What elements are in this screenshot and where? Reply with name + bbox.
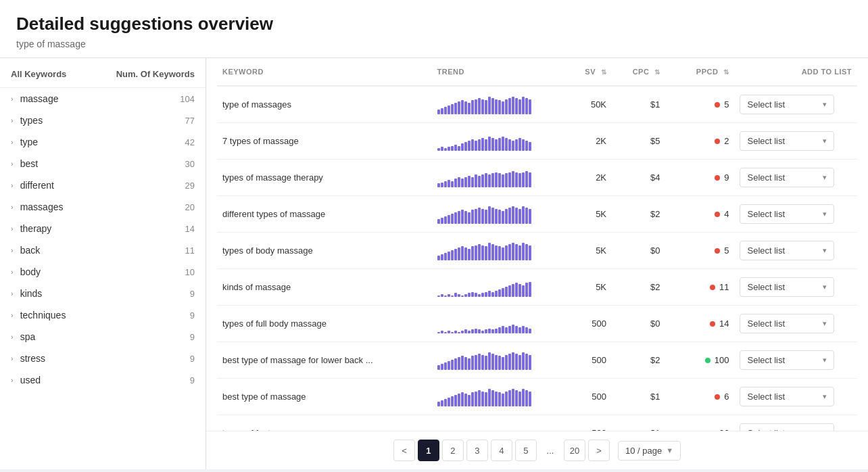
trend-cell xyxy=(432,269,551,306)
pagination-page-4[interactable]: 4 xyxy=(491,440,512,461)
pagination-page-2[interactable]: 2 xyxy=(442,440,464,461)
table-row: kinds of massage 5K $2 11 Select list ▾ xyxy=(217,269,857,306)
keywords-table: KEYWORD TREND SV ⇅ CPC ⇅ xyxy=(217,58,857,431)
col-header-keyword: KEYWORD xyxy=(217,58,432,86)
page-subtitle: type of massage xyxy=(16,39,852,49)
pagination-page-5[interactable]: 5 xyxy=(515,440,537,461)
col-header-sv[interactable]: SV ⇅ xyxy=(550,58,612,86)
ppcd-dot xyxy=(705,358,710,363)
sidebar-item[interactable]: › different 29 xyxy=(0,174,206,196)
sidebar-item[interactable]: › therapy 14 xyxy=(0,218,206,239)
trend-bar xyxy=(437,314,546,333)
col-header-ppcd[interactable]: PPCD ⇅ xyxy=(665,58,734,86)
per-page-selector[interactable]: 10 / page ▼ xyxy=(618,441,681,461)
table-row: types of massage therapy 2K $4 9 Select … xyxy=(217,160,857,196)
sv-cell: 500 xyxy=(550,415,612,431)
sv-sort-icon[interactable]: ⇅ xyxy=(601,68,607,76)
trend-cell xyxy=(432,86,551,123)
trend-cell xyxy=(432,415,551,431)
trend-cell xyxy=(432,196,551,233)
sidebar-item[interactable]: › massages 20 xyxy=(0,196,206,218)
sidebar-item[interactable]: › kinds 9 xyxy=(0,283,206,304)
addtolist-cell: Select list ▾ xyxy=(734,269,857,306)
ppcd-sort-icon[interactable]: ⇅ xyxy=(723,68,729,76)
trend-cell xyxy=(432,379,551,415)
cpc-cell: $1 xyxy=(612,415,665,431)
cpc-sort-icon[interactable]: ⇅ xyxy=(654,68,660,76)
sidebar-item-label: massage xyxy=(20,93,180,104)
select-list-button[interactable]: Select list ▾ xyxy=(740,314,834,333)
sidebar-chevron-icon: › xyxy=(11,289,14,298)
chevron-down-icon: ▾ xyxy=(823,100,827,109)
ppcd-cell: 4 xyxy=(665,196,734,233)
pagination-page-1[interactable]: 1 xyxy=(418,440,439,461)
sidebar-item[interactable]: › type 42 xyxy=(0,131,206,153)
ppcd-dot xyxy=(710,285,715,290)
ppcd-cell: 96 xyxy=(665,415,734,431)
chevron-down-icon: ▾ xyxy=(823,356,827,364)
sidebar-item[interactable]: › stress 9 xyxy=(0,348,206,369)
sidebar-chevron-icon: › xyxy=(11,203,14,211)
table-row: best type of massage for lower back ... … xyxy=(217,342,857,379)
sidebar-item[interactable]: › best 30 xyxy=(0,153,206,174)
chevron-down-icon: ▾ xyxy=(823,137,827,145)
sidebar-item-count: 30 xyxy=(185,159,195,169)
trend-cell xyxy=(432,342,551,379)
sidebar-item[interactable]: › used 9 xyxy=(0,369,206,391)
sidebar-chevron-icon: › xyxy=(11,138,14,146)
chevron-down-icon: ▾ xyxy=(823,392,827,401)
col-header-cpc[interactable]: CPC ⇅ xyxy=(612,58,665,86)
addtolist-cell: Select list ▾ xyxy=(734,306,857,342)
select-list-button[interactable]: Select list ▾ xyxy=(740,204,834,224)
select-list-button[interactable]: Select list ▾ xyxy=(740,241,834,260)
trend-bar xyxy=(437,95,546,114)
sidebar-item[interactable]: › types 77 xyxy=(0,110,206,131)
page-title: Detailed suggestions overview xyxy=(16,14,852,34)
sidebar-item-count: 20 xyxy=(185,202,195,212)
addtolist-cell: Select list ▾ xyxy=(734,342,857,379)
pagination-last[interactable]: 20 xyxy=(564,440,585,461)
table-row: types of foot massage 500 $1 96 Select l… xyxy=(217,415,857,431)
sidebar-chevron-icon: › xyxy=(11,225,14,233)
cpc-cell: $2 xyxy=(612,342,665,379)
keyword-cell: 7 types of massage xyxy=(217,123,432,160)
select-list-button[interactable]: Select list ▾ xyxy=(740,350,834,370)
sidebar-chevron-icon: › xyxy=(11,181,14,189)
table-body: type of massages 50K $1 5 Select list ▾ … xyxy=(217,86,857,431)
sidebar-item-count: 77 xyxy=(185,116,195,126)
col-header-trend: TREND xyxy=(432,58,551,86)
ppcd-value: 4 xyxy=(724,209,729,219)
cpc-cell: $0 xyxy=(612,306,665,342)
select-list-button[interactable]: Select list ▾ xyxy=(740,387,834,406)
sidebar: All Keywords Num. Of Keywords › massage … xyxy=(0,58,206,469)
select-list-button[interactable]: Select list ▾ xyxy=(740,277,834,297)
sidebar-item-label: therapy xyxy=(20,223,185,234)
addtolist-cell: Select list ▾ xyxy=(734,415,857,431)
select-list-label: Select list xyxy=(747,318,785,329)
trend-cell xyxy=(432,233,551,269)
chevron-down-icon: ▾ xyxy=(823,173,827,182)
chevron-down-icon: ▾ xyxy=(823,283,827,291)
trend-bar xyxy=(437,278,546,297)
pagination-prev[interactable]: < xyxy=(393,440,415,461)
ppcd-value: 5 xyxy=(724,99,729,110)
select-list-button[interactable]: Select list ▾ xyxy=(740,131,834,151)
sidebar-item[interactable]: › body 10 xyxy=(0,261,206,283)
sidebar-item[interactable]: › massage 104 xyxy=(0,88,206,110)
ppcd-value: 9 xyxy=(724,172,729,183)
trend-bar xyxy=(437,205,546,224)
ppcd-cell: 100 xyxy=(665,342,734,379)
addtolist-cell: Select list ▾ xyxy=(734,86,857,123)
select-list-button[interactable]: Select list ▾ xyxy=(740,95,834,114)
keyword-cell: best type of massage xyxy=(217,379,432,415)
sidebar-item[interactable]: › back 11 xyxy=(0,239,206,261)
select-list-label: Select list xyxy=(747,355,785,365)
pagination-next[interactable]: > xyxy=(588,440,610,461)
select-list-button[interactable]: Select list ▾ xyxy=(740,423,834,431)
select-list-button[interactable]: Select list ▾ xyxy=(740,168,834,187)
cpc-cell: $1 xyxy=(612,86,665,123)
pagination-page-3[interactable]: 3 xyxy=(466,440,488,461)
sidebar-item[interactable]: › techniques 9 xyxy=(0,304,206,326)
sidebar-item[interactable]: › spa 9 xyxy=(0,326,206,348)
ppcd-dot xyxy=(715,394,720,400)
